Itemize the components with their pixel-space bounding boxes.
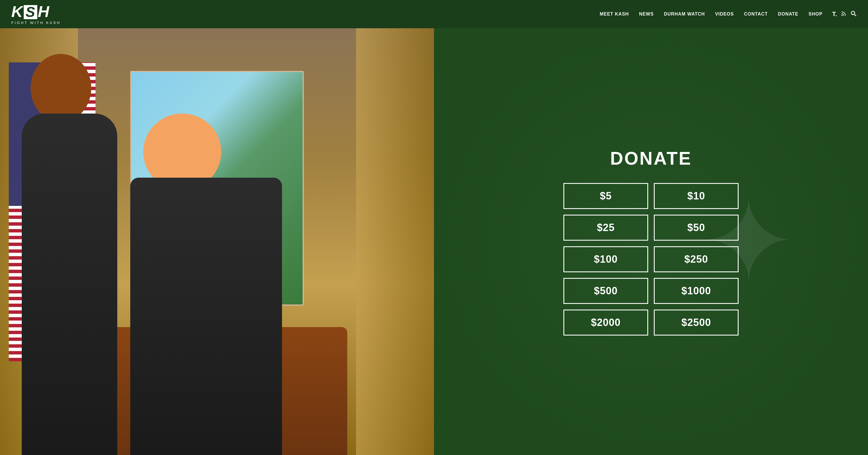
nav-donate[interactable]: DONATE xyxy=(773,11,803,17)
main-content: ✦ DONATE $5 $10 $25 $50 $100 $250 $500 $… xyxy=(0,28,868,455)
donate-500-button[interactable]: $500 xyxy=(563,278,648,304)
donate-section: ✦ DONATE $5 $10 $25 $50 $100 $250 $500 $… xyxy=(434,28,868,455)
nav-durham-watch[interactable]: DURHAM WATCH xyxy=(659,11,710,17)
donate-amount-grid: $5 $10 $25 $50 $100 $250 $500 $1000 $200… xyxy=(563,183,739,335)
nav-news[interactable]: NEWS xyxy=(634,11,659,17)
donate-1000-button[interactable]: $1000 xyxy=(654,278,739,304)
donate-5-button[interactable]: $5 xyxy=(563,183,648,209)
person-left-body xyxy=(22,113,117,455)
donate-10-button[interactable]: $10 xyxy=(654,183,739,209)
photo-background xyxy=(0,28,434,455)
main-nav: MEET KASH NEWS DURHAM WATCH VIDEOS CONTA… xyxy=(594,11,827,17)
tumblr-icon[interactable]: T. xyxy=(832,10,837,18)
nav-shop[interactable]: SHOP xyxy=(804,11,828,17)
donate-50-button[interactable]: $50 xyxy=(654,215,739,240)
site-header: KSH FIGHT WITH KASH MEET KASH NEWS DURHA… xyxy=(0,0,868,28)
donate-100-button[interactable]: $100 xyxy=(563,246,648,272)
donate-250-button[interactable]: $250 xyxy=(654,246,739,272)
svg-point-0 xyxy=(841,15,843,16)
curtain-right xyxy=(356,28,434,455)
person-left-head xyxy=(31,54,91,122)
person-right-body xyxy=(130,177,282,455)
nav-videos[interactable]: VIDEOS xyxy=(710,11,739,17)
rss-icon[interactable] xyxy=(841,11,846,18)
donate-25-button[interactable]: $25 xyxy=(563,215,648,240)
nav-social-icons: T. xyxy=(832,10,857,18)
nav-meet-kash[interactable]: MEET KASH xyxy=(594,11,634,17)
logo-tagline: FIGHT WITH KASH xyxy=(11,21,61,25)
nav-contact[interactable]: CONTACT xyxy=(739,11,773,17)
photo-area xyxy=(0,28,434,455)
donate-2000-button[interactable]: $2000 xyxy=(563,310,648,335)
search-icon[interactable] xyxy=(850,10,857,18)
logo-letters: KSH xyxy=(11,4,50,20)
donate-2500-button[interactable]: $2500 xyxy=(654,310,739,335)
logo[interactable]: KSH FIGHT WITH KASH xyxy=(11,4,61,25)
svg-line-2 xyxy=(855,14,857,16)
svg-point-1 xyxy=(851,11,855,15)
donate-title: DONATE xyxy=(610,148,692,169)
